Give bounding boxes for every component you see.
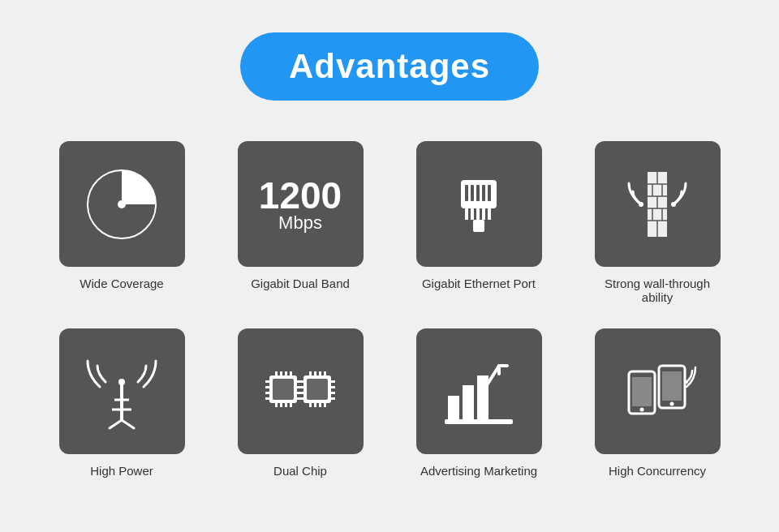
svg-rect-61: [324, 402, 326, 407]
svg-rect-7: [488, 208, 491, 220]
svg-rect-54: [309, 371, 312, 376]
icon-box-high-power: [59, 328, 185, 454]
svg-point-33: [118, 379, 125, 385]
svg-rect-11: [482, 185, 485, 201]
svg-rect-73: [445, 419, 513, 424]
svg-point-27: [671, 202, 676, 207]
svg-rect-60: [319, 402, 321, 407]
antenna-icon: [81, 351, 162, 432]
svg-rect-12: [488, 185, 491, 201]
svg-rect-43: [290, 402, 292, 407]
marketing-icon: [438, 351, 519, 432]
mbps-unit: Mbps: [259, 214, 342, 232]
svg-rect-10: [476, 185, 480, 201]
svg-rect-69: [330, 397, 335, 400]
svg-rect-59: [314, 402, 316, 407]
item-high-power: High Power: [57, 328, 187, 478]
svg-rect-57: [324, 371, 326, 376]
svg-rect-47: [265, 397, 270, 400]
chip-icon: [260, 351, 341, 432]
svg-rect-36: [275, 371, 278, 376]
svg-rect-70: [448, 396, 459, 420]
svg-rect-55: [314, 371, 316, 376]
item-gigabit-dual-band: 1200 Mbps Gigabit Dual Band: [235, 141, 365, 304]
svg-rect-41: [280, 402, 282, 407]
svg-rect-67: [330, 386, 335, 388]
svg-rect-5: [476, 208, 480, 220]
wall-through-icon: [617, 164, 698, 245]
item-gigabit-ethernet: Gigabit Ethernet Port: [414, 141, 544, 304]
svg-line-29: [110, 420, 122, 428]
svg-rect-56: [319, 371, 321, 376]
mbps-display: 1200 Mbps: [259, 177, 342, 232]
icon-box-gigabit-dual-band: 1200 Mbps: [238, 141, 364, 267]
svg-rect-64: [299, 392, 304, 394]
item-high-concurrency: High Concurrency: [592, 328, 722, 478]
svg-rect-37: [280, 371, 282, 376]
icon-box-advertising-marketing: [416, 328, 542, 454]
item-label-gigabit-dual-band: Gigabit Dual Band: [251, 277, 350, 290]
coverage-icon: [81, 164, 162, 245]
title-badge: Advantages: [240, 32, 539, 101]
item-wall-through: Strong wall-through ability: [592, 141, 722, 304]
item-label-high-concurrency: High Concurrency: [609, 464, 706, 478]
svg-rect-71: [463, 385, 474, 420]
svg-rect-68: [330, 392, 335, 394]
svg-point-1: [118, 200, 126, 208]
svg-rect-4: [471, 208, 474, 220]
item-wide-coverage: Wide Coverage: [57, 141, 187, 304]
svg-point-26: [639, 202, 643, 207]
icon-box-wall-through: [595, 141, 721, 267]
item-advertising-marketing: Advertising Marketing: [414, 328, 544, 478]
svg-rect-6: [482, 208, 485, 220]
svg-rect-65: [299, 397, 304, 400]
svg-rect-42: [285, 402, 287, 407]
svg-rect-75: [632, 377, 652, 406]
item-label-high-power: High Power: [90, 464, 153, 478]
icon-box-gigabit-ethernet: [416, 141, 542, 267]
svg-rect-53: [307, 379, 328, 400]
svg-rect-35: [273, 379, 294, 400]
item-label-gigabit-ethernet: Gigabit Ethernet Port: [422, 277, 536, 290]
svg-rect-62: [299, 380, 304, 383]
item-label-advertising-marketing: Advertising Marketing: [420, 464, 537, 478]
item-label-wide-coverage: Wide Coverage: [80, 277, 163, 290]
icon-box-high-concurrency: [595, 328, 721, 454]
page-title: Advantages: [289, 47, 490, 86]
features-grid: Wide Coverage 1200 Mbps Gigabit Dual Ban…: [57, 141, 722, 478]
svg-rect-63: [299, 386, 304, 388]
svg-rect-9: [471, 185, 474, 201]
svg-rect-46: [265, 392, 270, 394]
svg-rect-40: [275, 402, 278, 407]
icon-box-wide-coverage: [59, 141, 185, 267]
svg-rect-78: [662, 371, 682, 401]
icon-box-dual-chip: [238, 328, 364, 454]
svg-rect-8: [465, 185, 468, 201]
svg-rect-58: [309, 402, 312, 407]
svg-point-79: [670, 401, 674, 405]
svg-rect-66: [330, 380, 335, 383]
item-label-dual-chip: Dual Chip: [273, 464, 327, 478]
svg-point-80: [685, 380, 688, 384]
svg-line-30: [122, 420, 134, 428]
mbps-number: 1200: [259, 177, 342, 214]
svg-rect-13: [473, 220, 484, 232]
svg-rect-3: [465, 208, 468, 220]
svg-rect-39: [290, 371, 292, 376]
item-dual-chip: Dual Chip: [235, 328, 365, 478]
ethernet-icon: [438, 164, 519, 245]
item-label-wall-through: Strong wall-through ability: [592, 277, 722, 304]
svg-rect-44: [265, 380, 270, 383]
svg-rect-38: [285, 371, 287, 376]
svg-rect-45: [265, 386, 270, 388]
concurrency-icon: [617, 351, 698, 432]
svg-point-76: [640, 407, 644, 411]
